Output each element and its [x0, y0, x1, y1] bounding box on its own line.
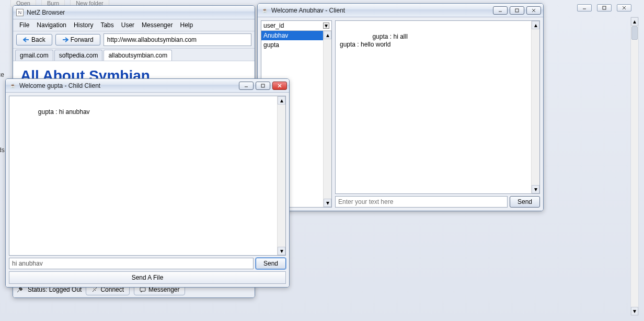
menu-messenger[interactable]: Messenger: [139, 20, 176, 30]
back-label: Back: [31, 36, 45, 43]
tab-allaboutsymbian[interactable]: allaboutsymbian.com: [104, 50, 172, 61]
user-row-anubhav[interactable]: Anubhav: [261, 31, 331, 40]
user-list-header[interactable]: user_id ▾: [261, 21, 331, 31]
chat-scrollbar[interactable]: ▴ ▾: [277, 96, 285, 255]
url-input[interactable]: [104, 33, 251, 46]
browser-title: NetZ Browser: [27, 9, 252, 16]
bg-close-button[interactable]: [617, 4, 631, 12]
gupta-chat-log: gupta : hi anubhav ▴ ▾: [9, 96, 286, 256]
gupta-send-button[interactable]: Send: [256, 258, 286, 269]
gupta-message-input[interactable]: [9, 258, 254, 269]
menu-history[interactable]: History: [71, 20, 96, 30]
scroll-thumb[interactable]: [631, 26, 638, 40]
tab-gmail[interactable]: gmail.com: [15, 50, 53, 61]
anubhav-title: Welcome Anubhav - Client: [271, 7, 490, 14]
user-list-scrollbar[interactable]: ▴ ▾: [323, 31, 331, 207]
browser-navbar: Back Forward: [13, 31, 255, 49]
user-row-gupta[interactable]: gupta: [261, 40, 331, 50]
scroll-up-icon[interactable]: ▴: [532, 21, 539, 29]
anubhav-chat-log: gupta : hi alll gupta : hello world ▴ ▾: [335, 20, 540, 194]
bg-vertical-scrollbar[interactable]: ▴ ▾: [630, 17, 639, 316]
browser-tabs: gmail.com softpedia.com allaboutsymbian.…: [13, 49, 255, 61]
java-icon: ☕: [261, 7, 268, 14]
gupta-maximize-button[interactable]: [256, 82, 270, 90]
anubhav-minimize-button[interactable]: [493, 6, 508, 15]
scroll-up-icon[interactable]: ▴: [324, 31, 331, 39]
bg-maximize-button[interactable]: [597, 4, 612, 12]
anubhav-client-window: ☕ Welcome Anubhav - Client user_id ▾ Anu…: [257, 3, 544, 211]
chevron-down-icon[interactable]: ▾: [323, 22, 329, 29]
anubhav-message-input[interactable]: [335, 196, 508, 208]
scroll-up-icon[interactable]: ▴: [278, 96, 285, 105]
chat-text: gupta : hi anubhav: [38, 108, 90, 116]
menu-user[interactable]: User: [118, 20, 137, 30]
menu-file[interactable]: File: [16, 20, 32, 30]
browser-menubar: File Navigation History Tabs User Messen…: [13, 19, 255, 31]
browser-app-icon: N: [16, 9, 24, 16]
gupta-title: Welcome gupta - Child Client: [19, 82, 236, 89]
scroll-down-icon[interactable]: ▾: [278, 247, 285, 255]
svg-rect-10: [261, 84, 264, 87]
scroll-down-icon[interactable]: ▾: [324, 199, 331, 207]
gupta-client-window: ☕ Welcome gupta - Child Client gupta : h…: [5, 78, 290, 288]
svg-rect-1: [603, 6, 606, 9]
menu-tabs[interactable]: Tabs: [97, 20, 117, 30]
gupta-titlebar[interactable]: ☕ Welcome gupta - Child Client: [6, 79, 289, 93]
back-button[interactable]: Back: [16, 34, 52, 45]
browser-titlebar[interactable]: N NetZ Browser: [13, 6, 255, 19]
gupta-minimize-button[interactable]: [239, 82, 254, 90]
chat-text: gupta : hi alll gupta : hello world: [340, 33, 408, 48]
chat-scrollbar[interactable]: ▴ ▾: [531, 21, 539, 193]
anubhav-close-button[interactable]: [526, 6, 541, 15]
scroll-up-icon[interactable]: ▴: [631, 17, 638, 26]
forward-button[interactable]: Forward: [55, 34, 100, 45]
arrow-left-icon: [23, 37, 29, 42]
send-file-button[interactable]: Send A File: [9, 271, 286, 284]
bg-minimize-button[interactable]: [577, 4, 592, 12]
svg-rect-4: [140, 288, 145, 291]
java-icon: ☕: [9, 82, 16, 89]
svg-rect-6: [515, 9, 519, 12]
forward-label: Forward: [71, 36, 94, 43]
arrow-right-icon: [62, 37, 68, 42]
scroll-down-icon[interactable]: ▾: [532, 185, 539, 193]
tab-softpedia[interactable]: softpedia.com: [54, 50, 103, 61]
anubhav-send-button[interactable]: Send: [510, 196, 540, 208]
menu-help[interactable]: Help: [177, 20, 196, 30]
scroll-down-icon[interactable]: ▾: [631, 307, 638, 315]
bg-window-controls: [577, 4, 631, 12]
menu-navigation[interactable]: Navigation: [33, 20, 70, 30]
anubhav-titlebar[interactable]: ☕ Welcome Anubhav - Client: [258, 4, 543, 17]
user-header-label: user_id: [263, 22, 284, 29]
anubhav-maximize-button[interactable]: [510, 6, 524, 15]
gupta-close-button[interactable]: [272, 82, 287, 90]
